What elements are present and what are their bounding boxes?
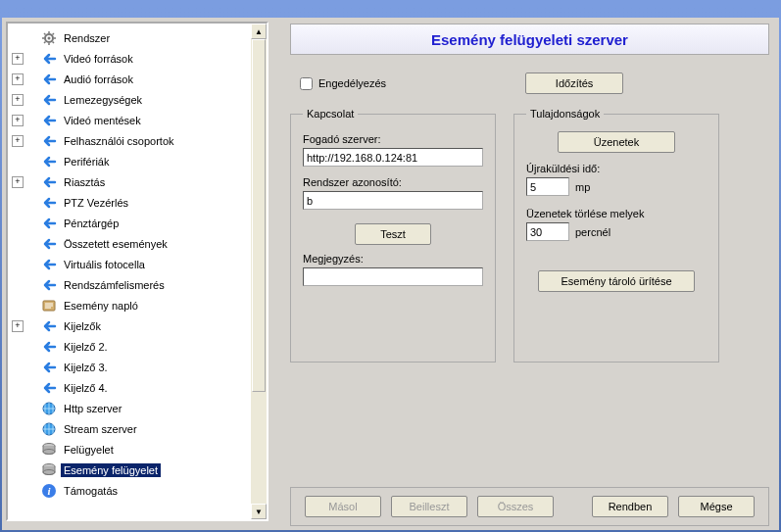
tree-item-label: Videó források — [61, 52, 136, 66]
tree-item[interactable]: Http szerver — [10, 398, 267, 418]
tree-item[interactable]: Rendszer — [10, 27, 267, 48]
tree-item-label: Riasztás — [61, 175, 108, 189]
tree-spacer — [12, 197, 24, 209]
tree-item[interactable]: +Videó források — [10, 48, 267, 69]
tree-spacer — [12, 279, 24, 291]
all-button[interactable]: Összes — [477, 496, 554, 517]
info-icon — [41, 483, 57, 499]
tree-scrollbar[interactable]: ▲ ▼ — [251, 24, 267, 519]
tree-item-label: Http szerver — [61, 402, 124, 415]
tree-item-label: Összetett események — [61, 237, 171, 251]
tree-expand-icon[interactable]: + — [12, 94, 24, 106]
resend-input[interactable] — [526, 177, 569, 196]
tree-item[interactable]: Pénztárgép — [10, 213, 267, 233]
tree-expand-icon[interactable]: + — [12, 320, 24, 332]
tree-item[interactable]: +Kijelzők — [10, 315, 267, 336]
tree-item[interactable]: Felügyelet — [10, 439, 267, 459]
tree-expand-icon[interactable]: + — [12, 53, 24, 65]
tree-item[interactable]: +Felhasználói csoportok — [10, 130, 267, 151]
tree-item-label: Lemezegységek — [61, 93, 145, 107]
arrow-l-icon — [41, 113, 57, 128]
arrow-l-icon — [41, 51, 57, 67]
tree-item[interactable]: Összetett események — [10, 233, 267, 254]
tree-item[interactable]: +Audió források — [10, 69, 267, 89]
tree-spacer — [12, 238, 24, 250]
scroll-up-arrow-icon[interactable]: ▲ — [251, 24, 267, 39]
tree-item-label: Rendszer — [61, 31, 113, 45]
deleteolder-input[interactable] — [526, 222, 569, 241]
deleteolder-label: Üzenetek törlése melyek — [526, 208, 707, 219]
connection-legend: Kapcsolat — [303, 108, 358, 120]
tree-item[interactable]: Perifériák — [10, 151, 267, 171]
sysid-input[interactable] — [303, 191, 483, 210]
server-icon — [41, 462, 57, 478]
arrow-l-icon — [41, 360, 57, 375]
arrow-l-icon — [41, 195, 57, 211]
tree-expand-icon[interactable]: + — [12, 115, 24, 126]
tree-item[interactable]: +Riasztás — [10, 171, 267, 192]
scroll-thumb[interactable] — [252, 39, 266, 392]
tree-item[interactable]: Kijelző 2. — [10, 336, 267, 357]
deleteolder-unit: percnél — [575, 226, 610, 238]
arrow-l-icon — [41, 236, 57, 252]
tree-item-label: Kijelző 3. — [61, 361, 111, 374]
resend-label: Újraküldési idő: — [526, 163, 707, 174]
resend-unit: mp — [575, 181, 590, 193]
gear-icon — [41, 30, 57, 46]
tree-spacer — [12, 300, 24, 312]
timing-button[interactable]: Időzítés — [525, 73, 623, 94]
tree-spacer — [12, 403, 24, 414]
tree-item-label: Kijelző 4. — [61, 381, 111, 395]
tree-item-label: Esemény napló — [61, 299, 141, 313]
tree-spacer — [12, 382, 24, 394]
page-title: Esemény felügyeleti szerver — [290, 24, 769, 55]
tree-item[interactable]: Támogatás — [10, 480, 267, 501]
tree-spacer — [12, 341, 24, 353]
server-icon — [41, 442, 57, 458]
test-button[interactable]: Teszt — [355, 223, 431, 245]
paste-button[interactable]: Beilleszt — [391, 496, 467, 517]
messages-button[interactable]: Üzenetek — [558, 131, 675, 153]
enable-checkbox[interactable] — [300, 77, 313, 90]
tree-item[interactable]: +Videó mentések — [10, 110, 267, 130]
tree-item[interactable]: Kijelző 3. — [10, 357, 267, 377]
host-label: Fogadó szerver: — [303, 133, 483, 145]
tree-spacer — [12, 423, 24, 435]
tree-item[interactable]: Rendszámfelismerés — [10, 274, 267, 295]
note-input[interactable] — [303, 267, 483, 286]
tree-item-label: Stream szerver — [61, 422, 140, 436]
tree-expand-icon[interactable]: + — [12, 176, 24, 188]
arrow-l-icon — [41, 174, 57, 190]
tree-item[interactable]: Esemény felügyelet — [10, 459, 267, 480]
tree-item-label: Támogatás — [61, 484, 121, 498]
tree-item-label: Esemény felügyelet — [61, 463, 161, 477]
tree-item[interactable]: +Lemezegységek — [10, 89, 267, 110]
tree-spacer — [12, 444, 24, 456]
tree-item[interactable]: PTZ Vezérlés — [10, 192, 267, 213]
tree-item-label: Videó mentések — [61, 114, 144, 127]
arrow-l-icon — [41, 133, 57, 149]
log-icon — [41, 298, 57, 314]
arrow-l-icon — [41, 72, 57, 87]
copy-button[interactable]: Másol — [305, 496, 381, 517]
arrow-l-icon — [41, 277, 57, 293]
tree-item-label: Kijelző 2. — [61, 340, 111, 354]
tree-item-label: Kijelzők — [61, 319, 104, 333]
cancel-button[interactable]: Mégse — [678, 496, 755, 517]
arrow-l-icon — [41, 216, 57, 231]
tree-spacer — [12, 218, 24, 229]
scroll-down-arrow-icon[interactable]: ▼ — [251, 504, 267, 519]
host-input[interactable] — [303, 148, 483, 167]
enable-label: Engedélyezés — [318, 77, 386, 89]
flush-button[interactable]: Esemény tároló ürítése — [538, 270, 695, 292]
arrow-l-icon — [41, 154, 57, 169]
tree-expand-icon[interactable]: + — [12, 73, 24, 85]
ok-button[interactable]: Rendben — [592, 496, 668, 517]
scroll-track[interactable] — [251, 39, 267, 504]
tree-item[interactable]: Stream szerver — [10, 418, 267, 439]
tree-item-label: Virtuális fotocella — [61, 258, 148, 271]
tree-item[interactable]: Virtuális fotocella — [10, 254, 267, 274]
tree-expand-icon[interactable]: + — [12, 135, 24, 147]
tree-item[interactable]: Kijelző 4. — [10, 377, 267, 398]
tree-item[interactable]: Esemény napló — [10, 295, 267, 315]
